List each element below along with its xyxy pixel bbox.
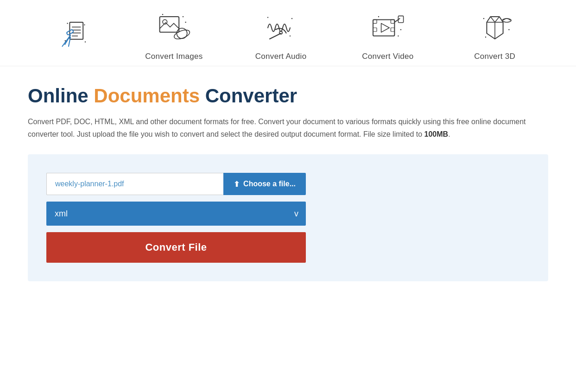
- svg-rect-29: [391, 28, 394, 32]
- converter-box: ⬆ Choose a file... xml pdf doc docx html…: [28, 154, 548, 281]
- choose-file-label: Choose a file...: [243, 180, 296, 188]
- nav-item-convert-audio[interactable]: Convert Audio: [251, 9, 311, 61]
- svg-line-20: [270, 33, 281, 39]
- convert-video-label: Convert Video: [362, 52, 413, 61]
- svg-point-12: [85, 41, 86, 42]
- title-part1: Online: [28, 85, 94, 107]
- svg-point-43: [483, 18, 484, 19]
- svg-point-42: [502, 19, 511, 22]
- svg-point-9: [67, 23, 68, 24]
- nav-item-convert-3d[interactable]: Convert 3D: [465, 9, 525, 61]
- svg-rect-27: [373, 28, 377, 32]
- svg-line-38: [495, 17, 500, 22]
- main-content: Online Documents Converter Convert PDF, …: [0, 66, 576, 281]
- upload-icon: ⬆: [234, 180, 240, 189]
- nav-item-convert-images[interactable]: Convert Images: [144, 9, 204, 61]
- nav-area: Convert Images Convert Audio: [0, 0, 576, 66]
- svg-rect-13: [160, 17, 179, 32]
- svg-point-19: [185, 22, 186, 23]
- description-text: Convert PDF, DOC, HTML, XML and other do…: [28, 118, 526, 138]
- description-bold: 100MB: [424, 130, 449, 138]
- title-part2: Converter: [200, 85, 297, 107]
- title-highlight: Documents: [94, 85, 200, 107]
- file-row: ⬆ Choose a file...: [46, 173, 306, 195]
- nav-item-convert-video[interactable]: Convert Video: [358, 9, 418, 61]
- nav-items: Convert Images Convert Audio: [120, 9, 548, 61]
- convert-video-icon: [369, 9, 406, 46]
- svg-rect-0: [70, 22, 83, 39]
- svg-line-31: [394, 19, 399, 22]
- convert-file-button[interactable]: Convert File: [46, 232, 306, 263]
- svg-point-16: [177, 28, 187, 38]
- description-end: .: [448, 130, 450, 138]
- svg-point-24: [290, 35, 291, 36]
- svg-point-35: [378, 16, 379, 17]
- convert-images-icon: [155, 9, 192, 46]
- format-select[interactable]: xml pdf doc docx html txt rtf odt csv xl…: [46, 202, 306, 226]
- svg-point-22: [291, 18, 292, 19]
- svg-marker-30: [381, 23, 389, 32]
- logo-icon: [56, 17, 93, 54]
- file-name-input[interactable]: [46, 173, 223, 195]
- convert-audio-label: Convert Audio: [255, 52, 307, 61]
- svg-point-10: [84, 24, 85, 25]
- svg-point-45: [508, 29, 509, 30]
- choose-file-button[interactable]: ⬆ Choose a file...: [223, 173, 306, 195]
- svg-point-17: [162, 14, 163, 15]
- convert-3d-label: Convert 3D: [474, 52, 515, 61]
- convert-audio-icon: [262, 9, 299, 46]
- svg-point-18: [183, 16, 184, 17]
- svg-point-23: [267, 17, 268, 18]
- page-title: Online Documents Converter: [28, 85, 548, 107]
- convert-button-label: Convert File: [145, 241, 207, 253]
- convert-images-label: Convert Images: [145, 52, 203, 61]
- svg-point-11: [65, 40, 66, 41]
- convert-3d-icon: [476, 9, 513, 46]
- svg-point-34: [400, 29, 401, 30]
- svg-point-44: [485, 37, 486, 38]
- nav-logo[interactable]: [28, 17, 120, 54]
- format-select-wrapper: xml pdf doc docx html txt rtf odt csv xl…: [46, 202, 306, 226]
- page-description: Convert PDF, DOC, HTML, XML and other do…: [28, 115, 538, 140]
- svg-line-37: [490, 17, 495, 22]
- svg-point-33: [398, 35, 399, 36]
